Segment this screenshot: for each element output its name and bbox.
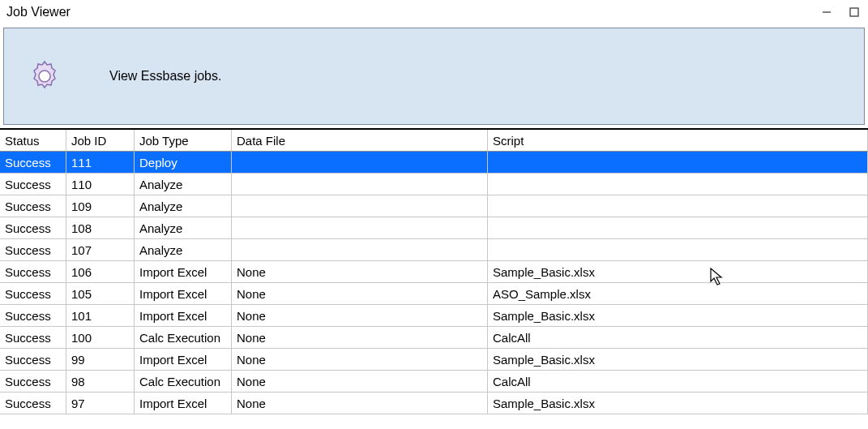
cell-status: Success xyxy=(0,327,66,349)
cell-job-type: Calc Execution xyxy=(135,327,232,349)
cell-script: Sample_Basic.xlsx xyxy=(488,393,868,414)
col-job-type[interactable]: Job Type xyxy=(135,130,232,152)
cell-script xyxy=(488,152,868,174)
cell-job-type: Analyze xyxy=(135,239,232,261)
cell-script xyxy=(488,195,868,217)
cell-script: Sample_Basic.xlsx xyxy=(488,261,868,283)
maximize-button[interactable] xyxy=(840,0,868,24)
cell-script xyxy=(488,174,868,195)
cell-script xyxy=(488,239,868,261)
table-row[interactable]: Success106Import ExcelNoneSample_Basic.x… xyxy=(0,261,868,283)
cell-job-id: 101 xyxy=(66,305,135,327)
cell-script: ASO_Sample.xlsx xyxy=(488,283,868,305)
table-row[interactable]: Success108Analyze xyxy=(0,217,868,239)
cell-data-file: None xyxy=(232,349,488,371)
cell-status: Success xyxy=(0,174,66,195)
table-row[interactable]: Success110Analyze xyxy=(0,174,868,195)
cell-job-id: 105 xyxy=(66,283,135,305)
table-row[interactable]: Success105Import ExcelNoneASO_Sample.xls… xyxy=(0,283,868,305)
cell-data-file: None xyxy=(232,393,488,414)
table-header-row: Status Job ID Job Type Data File Script xyxy=(0,130,868,152)
header-panel: View Essbase jobs. xyxy=(3,28,865,125)
table-row[interactable]: Success109Analyze xyxy=(0,195,868,217)
cell-job-type: Analyze xyxy=(135,195,232,217)
cell-data-file: None xyxy=(232,261,488,283)
cell-job-type: Analyze xyxy=(135,217,232,239)
table-row[interactable]: Success100Calc ExecutionNoneCalcAll xyxy=(0,327,868,349)
cell-script: Sample_Basic.xlsx xyxy=(488,349,868,371)
window-controls xyxy=(813,0,868,24)
cell-job-id: 97 xyxy=(66,393,135,414)
cell-status: Success xyxy=(0,283,66,305)
cell-job-type: Import Excel xyxy=(135,305,232,327)
cell-status: Success xyxy=(0,371,66,393)
col-data-file[interactable]: Data File xyxy=(232,130,488,152)
cell-data-file xyxy=(232,195,488,217)
cell-status: Success xyxy=(0,239,66,261)
cell-data-file xyxy=(232,174,488,195)
cell-status: Success xyxy=(0,217,66,239)
cell-job-id: 107 xyxy=(66,239,135,261)
cell-status: Success xyxy=(0,261,66,283)
cell-job-id: 111 xyxy=(66,152,135,174)
cell-script: CalcAll xyxy=(488,371,868,393)
window-title: Job Viewer xyxy=(6,5,71,19)
cell-job-type: Calc Execution xyxy=(135,371,232,393)
cell-script: Sample_Basic.xlsx xyxy=(488,305,868,327)
cell-data-file xyxy=(232,217,488,239)
cell-job-id: 98 xyxy=(66,371,135,393)
table-row[interactable]: Success98Calc ExecutionNoneCalcAll xyxy=(0,371,868,393)
cell-status: Success xyxy=(0,393,66,414)
cell-job-id: 100 xyxy=(66,327,135,349)
cell-job-type: Import Excel xyxy=(135,349,232,371)
cell-data-file xyxy=(232,152,488,174)
cell-data-file: None xyxy=(232,371,488,393)
col-status[interactable]: Status xyxy=(0,130,66,152)
svg-rect-1 xyxy=(850,8,858,16)
minimize-button[interactable] xyxy=(813,0,840,24)
table-row[interactable]: Success97Import ExcelNoneSample_Basic.xl… xyxy=(0,393,868,414)
jobs-table[interactable]: Status Job ID Job Type Data File Script … xyxy=(0,128,868,414)
header-description: View Essbase jobs. xyxy=(109,69,221,84)
cell-data-file: None xyxy=(232,305,488,327)
cell-data-file: None xyxy=(232,283,488,305)
table-row[interactable]: Success107Analyze xyxy=(0,239,868,261)
cell-script: CalcAll xyxy=(488,327,868,349)
svg-point-2 xyxy=(39,71,50,82)
cell-job-id: 106 xyxy=(66,261,135,283)
cell-status: Success xyxy=(0,305,66,327)
col-script[interactable]: Script xyxy=(488,130,868,152)
cell-job-id: 110 xyxy=(66,174,135,195)
window-titlebar: Job Viewer xyxy=(0,0,868,24)
cell-data-file: None xyxy=(232,327,488,349)
cell-job-type: Import Excel xyxy=(135,393,232,414)
cell-job-id: 99 xyxy=(66,349,135,371)
cell-job-type: Deploy xyxy=(135,152,232,174)
cell-status: Success xyxy=(0,349,66,371)
col-job-id[interactable]: Job ID xyxy=(66,130,135,152)
table-row[interactable]: Success111Deploy xyxy=(0,152,868,174)
cell-status: Success xyxy=(0,195,66,217)
cell-job-id: 108 xyxy=(66,217,135,239)
cell-job-type: Import Excel xyxy=(135,261,232,283)
cell-job-type: Analyze xyxy=(135,174,232,195)
cell-script xyxy=(488,217,868,239)
table-row[interactable]: Success101Import ExcelNoneSample_Basic.x… xyxy=(0,305,868,327)
gear-icon xyxy=(20,52,69,101)
cell-job-id: 109 xyxy=(66,195,135,217)
table-row[interactable]: Success99Import ExcelNoneSample_Basic.xl… xyxy=(0,349,868,371)
cell-data-file xyxy=(232,239,488,261)
cell-job-type: Import Excel xyxy=(135,283,232,305)
cell-status: Success xyxy=(0,152,66,174)
